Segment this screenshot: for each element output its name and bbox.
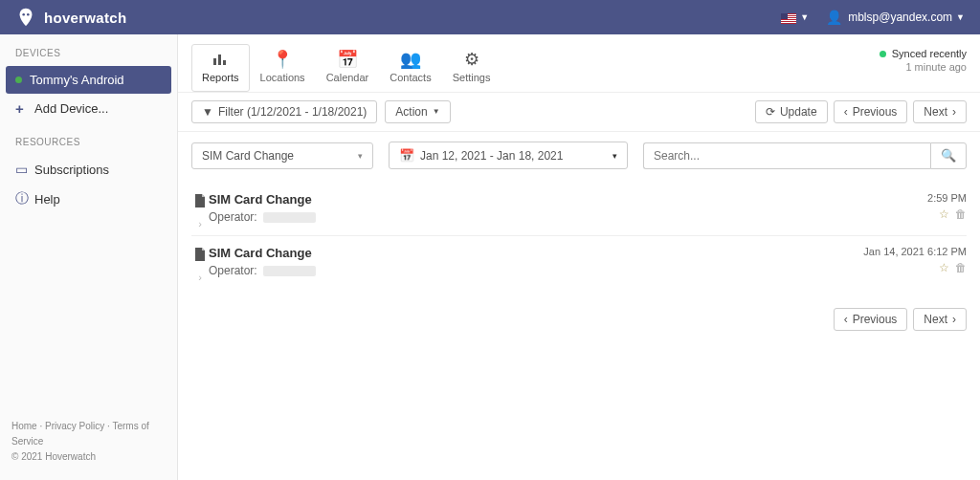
footer-copyright: © 2021 Hoverwatch: [11, 451, 96, 462]
tab-calendar[interactable]: 📅 Calendar: [316, 44, 380, 92]
search-button[interactable]: 🔍: [930, 142, 967, 169]
update-label: Update: [780, 106, 817, 118]
tab-contacts[interactable]: 👥 Contacts: [379, 44, 441, 92]
sidebar-help[interactable]: ⓘ Help: [0, 184, 177, 214]
brand-logo-icon: [15, 7, 36, 28]
tab-label: Contacts: [390, 72, 431, 83]
card-icon: ▭: [15, 162, 27, 177]
tab-label: Calendar: [326, 72, 369, 83]
footer: Home · Privacy Policy · Terms of Service…: [0, 407, 177, 480]
locale-selector[interactable]: ▼: [781, 12, 809, 23]
footer-home[interactable]: Home: [11, 421, 37, 431]
funnel-icon: ▼: [202, 106, 213, 118]
chevron-right-icon[interactable]: ›: [198, 272, 202, 283]
next-label: Next: [924, 314, 947, 325]
filterbar: ▼ Filter (1/12/2021 - 1/18/2021) Action …: [178, 93, 980, 132]
people-icon: 👥: [400, 49, 421, 70]
online-dot-icon: [15, 76, 22, 83]
caret-down-icon: ▾: [612, 151, 617, 161]
next-button-bottom[interactable]: Next ›: [913, 308, 967, 331]
record-time: 2:59 PM: [927, 192, 967, 204]
operator-value-redacted: [263, 212, 316, 223]
pager: ‹ Previous Next ›: [178, 293, 980, 346]
chevron-left-icon: ‹: [844, 314, 848, 325]
svg-rect-7: [781, 22, 796, 23]
tabs: Reports 📍 Locations 📅 Calendar 👥 Contact…: [178, 34, 980, 93]
previous-button-bottom[interactable]: ‹ Previous: [834, 308, 908, 331]
refresh-icon: ⟳: [766, 106, 775, 118]
footer-privacy[interactable]: Privacy Policy: [45, 421, 104, 431]
sidebar-add-device[interactable]: + Add Device...: [0, 94, 177, 123]
trash-icon[interactable]: 🗑: [955, 207, 967, 221]
gear-icon: ⚙: [464, 49, 479, 70]
next-button-top[interactable]: Next ›: [913, 100, 967, 123]
chevron-right-icon: ›: [952, 314, 956, 325]
file-icon: [194, 194, 206, 210]
caret-down-icon: ▼: [433, 108, 440, 116]
record-title: SIM Card Change: [209, 192, 967, 207]
chevron-right-icon: ›: [952, 106, 956, 118]
account-menu[interactable]: 👤 mblsp@yandex.com ▼: [826, 10, 965, 25]
operator-value-redacted: [263, 266, 316, 276]
controls: SIM Card Change ▾ 📅 Jan 12, 2021 - Jan 1…: [178, 132, 980, 179]
calendar-icon: 📅: [399, 148, 414, 163]
sidebar-add-device-label: Add Device...: [34, 101, 108, 116]
filter-label: Filter (1/12/2021 - 1/18/2021): [218, 106, 367, 118]
brand-name: hoverwatch: [44, 10, 126, 26]
action-button[interactable]: Action ▼: [385, 100, 450, 123]
record-row: › SIM Card Change Operator: Jan 14, 2021…: [191, 236, 967, 289]
caret-down-icon: ▼: [800, 12, 809, 22]
sidebar-subscriptions-label: Subscriptions: [34, 163, 109, 177]
svg-rect-10: [218, 55, 221, 65]
sidebar-help-label: Help: [34, 192, 60, 207]
sidebar-section-resources: RESOURCES: [0, 123, 177, 155]
pin-icon: 📍: [272, 49, 293, 70]
record-row: › SIM Card Change Operator: 2:59 PM ☆ 🗑: [191, 183, 967, 236]
svg-rect-6: [781, 20, 796, 21]
records: › SIM Card Change Operator: 2:59 PM ☆ 🗑: [178, 179, 980, 293]
filter-button[interactable]: ▼ Filter (1/12/2021 - 1/18/2021): [191, 100, 377, 123]
search: 🔍: [643, 142, 967, 169]
caret-down-icon: ▼: [956, 12, 965, 22]
tab-reports[interactable]: Reports: [191, 44, 250, 92]
svg-rect-9: [213, 58, 216, 65]
calendar-icon: 📅: [337, 49, 358, 70]
sync-dot-icon: [880, 51, 886, 57]
tab-settings[interactable]: ⚙ Settings: [442, 44, 501, 92]
account-email: mblsp@yandex.com: [848, 11, 952, 24]
tab-locations[interactable]: 📍 Locations: [250, 44, 316, 92]
previous-button-top[interactable]: ‹ Previous: [834, 100, 908, 123]
action-label: Action: [395, 106, 427, 118]
sync-ago: 1 minute ago: [880, 61, 967, 73]
topbar: hoverwatch ▼ 👤 mblsp@yandex.com ▼: [0, 0, 980, 34]
record-time: Jan 14, 2021 6:12 PM: [863, 246, 967, 257]
user-icon: 👤: [826, 10, 842, 25]
sync-status: Synced recently 1 minute ago: [880, 48, 967, 73]
sidebar-section-devices: DEVICES: [0, 34, 177, 66]
sidebar-device-label: Tommy's Android: [30, 73, 124, 87]
chevron-right-icon[interactable]: ›: [198, 218, 202, 229]
sidebar: DEVICES Tommy's Android + Add Device... …: [0, 34, 178, 480]
previous-label: Previous: [853, 106, 898, 118]
brand[interactable]: hoverwatch: [15, 7, 126, 28]
report-type-value: SIM Card Change: [202, 149, 294, 163]
sidebar-subscriptions[interactable]: ▭ Subscriptions: [0, 155, 177, 184]
search-input[interactable]: [643, 142, 930, 169]
svg-point-0: [22, 13, 25, 16]
chart-icon: [212, 49, 229, 70]
trash-icon[interactable]: 🗑: [955, 261, 967, 274]
report-type-select[interactable]: SIM Card Change ▾: [191, 142, 373, 169]
chevron-left-icon: ‹: [844, 106, 848, 118]
star-icon[interactable]: ☆: [939, 207, 949, 221]
info-icon: ⓘ: [15, 190, 27, 207]
date-range-picker[interactable]: 📅 Jan 12, 2021 - Jan 18, 2021 ▾: [389, 142, 628, 169]
next-label: Next: [924, 106, 947, 118]
star-icon[interactable]: ☆: [939, 261, 949, 274]
topbar-right: ▼ 👤 mblsp@yandex.com ▼: [781, 10, 965, 25]
plus-icon: +: [15, 100, 27, 117]
operator-label: Operator:: [209, 210, 257, 224]
update-button[interactable]: ⟳ Update: [755, 100, 828, 123]
previous-label: Previous: [853, 314, 898, 325]
sidebar-device-active[interactable]: Tommy's Android: [6, 66, 171, 94]
svg-rect-11: [223, 60, 226, 65]
